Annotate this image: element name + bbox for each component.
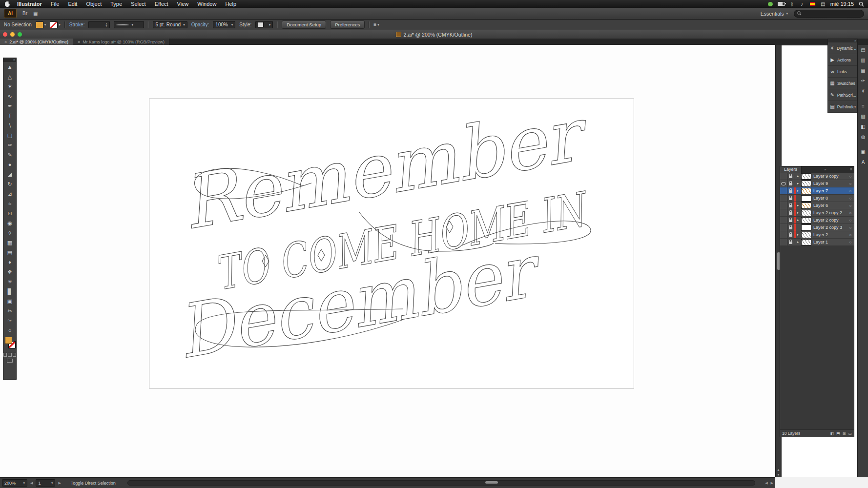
spotlight-search-icon[interactable] bbox=[859, 1, 864, 7]
make-clipping-mask-icon[interactable]: ◧ bbox=[830, 431, 834, 436]
stroke-panel-icon[interactable]: ≡ bbox=[858, 101, 868, 111]
draw-normal-icon[interactable] bbox=[3, 353, 7, 357]
expand-triangle-icon[interactable]: ▸ bbox=[796, 174, 800, 178]
layer-name[interactable]: Layer 2 copy 2 bbox=[812, 210, 847, 215]
paintbrush-tool-icon[interactable]: ✑ bbox=[3, 140, 16, 150]
battery-icon[interactable] bbox=[778, 2, 785, 6]
layer-row[interactable]: ▸Layer 1○ bbox=[780, 239, 854, 246]
next-artboard-icon[interactable]: ▶ bbox=[58, 481, 61, 485]
layer-thumbnail[interactable] bbox=[801, 188, 811, 194]
expand-triangle-icon[interactable]: ▸ bbox=[796, 211, 800, 215]
layer-row[interactable]: ▸Layer 9 copy○ bbox=[780, 173, 854, 180]
expand-triangle-icon[interactable]: ▸ bbox=[796, 189, 800, 193]
appearance-target-icon[interactable]: ○ bbox=[847, 218, 854, 223]
appearance-target-icon[interactable]: ○ bbox=[847, 225, 854, 230]
layer-row[interactable]: ▸Layer 9○ bbox=[780, 180, 854, 187]
delete-layer-icon[interactable]: ▭ bbox=[848, 431, 852, 436]
layer-thumbnail[interactable] bbox=[801, 224, 811, 231]
gradient-tool-icon[interactable]: ▤ bbox=[3, 247, 16, 257]
symbols-panel-icon[interactable]: ✳ bbox=[858, 86, 868, 96]
eraser-tool-icon[interactable]: ◢ bbox=[3, 169, 16, 179]
layer-thumbnail[interactable] bbox=[801, 217, 811, 224]
layer-thumbnail[interactable] bbox=[801, 210, 811, 216]
artboard-navigation-field[interactable]: 1▾ bbox=[36, 479, 55, 487]
layer-thumbnail[interactable] bbox=[801, 239, 811, 245]
brushes-panel-icon[interactable]: ✑ bbox=[858, 76, 868, 86]
volume-icon[interactable]: ♪ bbox=[800, 1, 805, 7]
menu-item[interactable]: Type bbox=[106, 0, 126, 8]
layer-thumbnail[interactable] bbox=[801, 181, 811, 187]
character-panel-icon[interactable]: A bbox=[858, 157, 868, 167]
draw-behind-icon[interactable] bbox=[8, 353, 11, 357]
visibility-toggle[interactable] bbox=[780, 202, 787, 209]
stepper-icon[interactable]: ▲▼ bbox=[105, 22, 107, 27]
panel-menu-icon[interactable]: ≡ bbox=[848, 167, 854, 172]
layer-row[interactable]: ▸Layer 2 copy 3○ bbox=[780, 224, 854, 231]
perspective-grid-tool-icon[interactable]: ◊ bbox=[3, 228, 16, 238]
pen-tool-icon[interactable]: ✒ bbox=[3, 101, 16, 111]
visibility-toggle[interactable] bbox=[780, 180, 787, 187]
dock-panel-swatches[interactable]: ▦Swatches bbox=[828, 78, 857, 89]
bluetooth-icon[interactable]: ᛒ bbox=[790, 1, 795, 7]
green-app-icon[interactable] bbox=[768, 2, 773, 6]
layer-row[interactable]: ▸Layer 2 copy 2○ bbox=[780, 209, 854, 217]
appearance-target-icon[interactable]: ○ bbox=[847, 196, 854, 201]
display-icon[interactable]: ▤ bbox=[821, 1, 826, 7]
document-tab[interactable]: ×2.ai* @ 200% (CMYK/Outline) bbox=[0, 39, 73, 45]
hand-tool-icon[interactable]: ☞ bbox=[3, 316, 16, 325]
layer-name[interactable]: Layer 8 bbox=[812, 196, 847, 201]
lasso-tool-icon[interactable]: ∿ bbox=[3, 91, 16, 101]
horizontal-scrollbar[interactable] bbox=[127, 480, 755, 486]
shape-builder-tool-icon[interactable]: ◉ bbox=[3, 218, 16, 228]
panel-collapse-icon[interactable]: » bbox=[823, 167, 827, 172]
scroll-right-icon[interactable]: ▶ bbox=[771, 481, 773, 485]
layer-name[interactable]: Layer 2 bbox=[812, 232, 847, 237]
layers-panel-tab[interactable]: Layers bbox=[780, 166, 802, 173]
layer-name[interactable]: Layer 7 bbox=[812, 188, 847, 193]
previous-artboard-icon[interactable]: ◀ bbox=[30, 481, 33, 485]
visibility-toggle[interactable] bbox=[780, 224, 787, 231]
layer-row[interactable]: ▸Layer 7○ bbox=[780, 187, 854, 195]
layer-row[interactable]: ▸Layer 6○ bbox=[780, 202, 854, 209]
blend-tool-icon[interactable]: ❖ bbox=[3, 267, 16, 277]
appearance-target-icon[interactable]: ○ bbox=[847, 203, 854, 208]
workspace-switcher[interactable]: Essentials ▾ bbox=[761, 11, 788, 17]
arrange-documents-icon[interactable]: ▦ bbox=[33, 11, 38, 16]
type-tool-icon[interactable]: T bbox=[3, 111, 16, 121]
dock-panel-actions[interactable]: ▶Actions bbox=[828, 54, 857, 66]
scroll-down-icon[interactable]: ▼ bbox=[777, 473, 780, 476]
menu-item[interactable]: Effect bbox=[150, 0, 173, 8]
rectangle-tool-icon[interactable]: ▢ bbox=[3, 130, 16, 140]
stroke-color-widget[interactable]: ▾ bbox=[50, 21, 61, 28]
lock-toggle[interactable] bbox=[787, 173, 794, 180]
document-tab[interactable]: ×Mr.Kams logo.ai* @ 100% (RGB/Preview) bbox=[73, 39, 169, 45]
scroll-up-icon[interactable]: ▲ bbox=[777, 468, 780, 471]
expand-triangle-icon[interactable]: ▸ bbox=[796, 203, 800, 207]
launch-bridge-icon[interactable]: Br bbox=[22, 11, 27, 16]
layer-row[interactable]: ▸Layer 2 copy○ bbox=[780, 217, 854, 224]
fill-well-icon[interactable] bbox=[5, 337, 12, 344]
graphic-styles-panel-icon[interactable]: ▣ bbox=[858, 147, 868, 157]
line-segment-tool-icon[interactable]: ∖ bbox=[3, 121, 16, 130]
layer-name[interactable]: Layer 9 bbox=[812, 181, 847, 186]
screen-mode[interactable] bbox=[3, 358, 16, 364]
app-menu[interactable]: Illustrator bbox=[13, 0, 46, 8]
layer-thumbnail[interactable] bbox=[801, 232, 811, 238]
appearance-target-icon[interactable]: ○ bbox=[847, 189, 854, 193]
menu-item[interactable]: View bbox=[173, 0, 193, 8]
lock-toggle[interactable] bbox=[787, 180, 794, 187]
layer-thumbnail[interactable] bbox=[801, 195, 811, 202]
visibility-toggle[interactable] bbox=[780, 187, 787, 194]
layer-thumbnail[interactable] bbox=[801, 173, 811, 180]
magic-wand-tool-icon[interactable]: ✶ bbox=[3, 81, 16, 91]
gradient-panel-icon[interactable]: ▧ bbox=[858, 111, 868, 122]
visibility-toggle[interactable] bbox=[780, 231, 787, 238]
visibility-toggle[interactable] bbox=[780, 173, 787, 180]
screen-mode-icon[interactable] bbox=[7, 359, 13, 363]
swatches-panel-icon[interactable]: ▦ bbox=[858, 65, 868, 76]
appearance-panel-icon[interactable]: ◍ bbox=[858, 132, 868, 142]
variable-width-dropdown[interactable]: ▾ bbox=[114, 21, 144, 28]
brush-definition-dropdown[interactable]: 5 pt. Round▾ bbox=[153, 21, 187, 28]
expand-triangle-icon[interactable]: ▸ bbox=[796, 233, 800, 237]
menu-item[interactable]: Select bbox=[126, 0, 150, 8]
